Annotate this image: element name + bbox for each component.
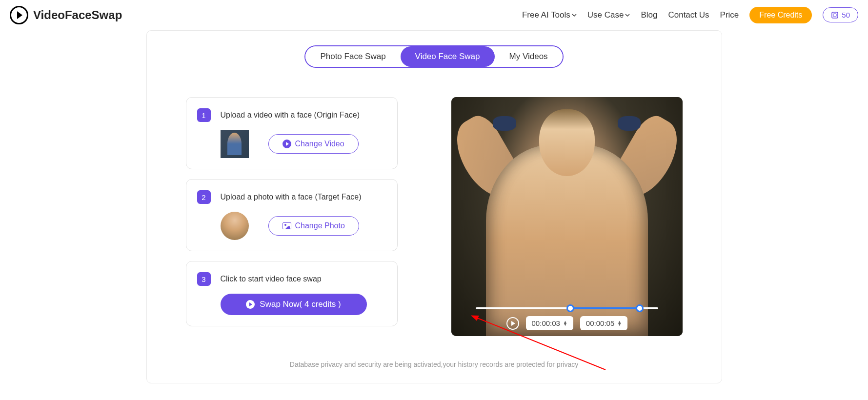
credits-badge[interactable]: 50	[823, 7, 858, 22]
nav-label: Price	[720, 10, 739, 20]
step-header: 2 Upload a photo with a face (Target Fac…	[197, 190, 387, 204]
nav-label: Contact Us	[668, 10, 709, 20]
logo-section[interactable]: VideoFaceSwap	[10, 6, 122, 24]
tab-photo-face-swap[interactable]: Photo Face Swap	[305, 46, 400, 67]
nav-label: Free AI Tools	[522, 10, 570, 20]
button-label: Change Photo	[295, 221, 345, 230]
chevron-down-icon	[572, 13, 577, 18]
main-nav: Free AI Tools Use Case Blog Contact Us P…	[522, 7, 858, 23]
step-number-badge: 1	[197, 108, 211, 122]
step-1-card: 1 Upload a video with a face (Origin Fac…	[186, 97, 398, 169]
nav-label: Use Case	[587, 10, 624, 20]
change-photo-button[interactable]: Change Photo	[268, 216, 359, 236]
end-time-input[interactable]: 00:00:05 ▲▼	[580, 316, 627, 330]
coin-icon	[831, 11, 839, 19]
step-header: 1 Upload a video with a face (Origin Fac…	[197, 108, 387, 122]
swap-now-button[interactable]: Swap Now( 4 credits )	[221, 294, 367, 315]
nav-label: Blog	[641, 10, 657, 20]
steps-panel: 1 Upload a video with a face (Origin Fac…	[186, 97, 398, 336]
step-body: Change Video	[197, 130, 387, 158]
slider-handle-start[interactable]	[566, 304, 574, 312]
step-header: 3 Click to start video face swap	[197, 272, 387, 286]
svg-rect-1	[833, 14, 836, 17]
nav-blog[interactable]: Blog	[641, 10, 657, 20]
step-number-badge: 3	[197, 272, 211, 286]
change-video-button[interactable]: Change Video	[268, 134, 359, 154]
step-title: Click to start video face swap	[221, 275, 322, 283]
logo-icon	[10, 6, 28, 24]
free-credits-button[interactable]: Free Credits	[749, 7, 812, 23]
time-value: 00:00:03	[532, 319, 560, 327]
slider-selected-range	[570, 307, 640, 309]
slider-handle-end[interactable]	[636, 304, 644, 312]
step-3-card: 3 Click to start video face swap Swap No…	[186, 261, 398, 326]
image-icon	[283, 222, 291, 229]
chevron-down-icon	[625, 13, 630, 18]
play-icon	[246, 300, 255, 309]
video-range-slider[interactable]	[476, 307, 658, 309]
tab-video-face-swap[interactable]: Video Face Swap	[401, 46, 495, 67]
step-number-badge: 2	[197, 190, 211, 204]
nav-contact-us[interactable]: Contact Us	[668, 10, 709, 20]
nav-price[interactable]: Price	[720, 10, 739, 20]
button-label: Swap Now( 4 credits )	[260, 300, 341, 309]
play-button[interactable]	[506, 317, 519, 330]
step-2-card: 2 Upload a photo with a face (Target Fac…	[186, 179, 398, 251]
video-preview-panel: 00:00:03 ▲▼ 00:00:05 ▲▼	[451, 97, 682, 336]
time-controls: 00:00:03 ▲▼ 00:00:05 ▲▼	[506, 316, 628, 330]
tabs-container: Photo Face Swap Video Face Swap My Video…	[176, 45, 692, 68]
step-body: Change Photo	[197, 212, 387, 240]
stepper-icon: ▲▼	[563, 321, 567, 326]
mode-tabs: Photo Face Swap Video Face Swap My Video…	[304, 45, 563, 68]
nav-free-ai-tools[interactable]: Free AI Tools	[522, 10, 577, 20]
credits-count: 50	[842, 11, 850, 19]
stepper-icon: ▲▼	[617, 321, 622, 326]
button-label: Change Video	[295, 140, 344, 148]
step-title: Upload a video with a face (Origin Face)	[221, 111, 360, 120]
target-photo-thumbnail[interactable]	[221, 212, 249, 240]
tab-my-videos[interactable]: My Videos	[495, 46, 563, 67]
nav-use-case[interactable]: Use Case	[587, 10, 630, 20]
svg-rect-0	[832, 12, 838, 18]
video-controls: 00:00:03 ▲▼ 00:00:05 ▲▼	[451, 307, 682, 330]
origin-video-thumbnail[interactable]	[221, 130, 249, 158]
start-time-input[interactable]: 00:00:03 ▲▼	[526, 316, 573, 330]
step-title: Upload a photo with a face (Target Face)	[221, 193, 362, 201]
privacy-notice: Database privacy and security are being …	[176, 360, 692, 368]
play-icon	[283, 140, 291, 148]
brand-name: VideoFaceSwap	[33, 8, 122, 22]
main-content: Photo Face Swap Video Face Swap My Video…	[146, 30, 722, 383]
video-frame[interactable]	[451, 97, 682, 336]
time-value: 00:00:05	[586, 319, 614, 327]
workspace: 1 Upload a video with a face (Origin Fac…	[176, 97, 692, 336]
app-header: VideoFaceSwap Free AI Tools Use Case Blo…	[0, 0, 868, 30]
